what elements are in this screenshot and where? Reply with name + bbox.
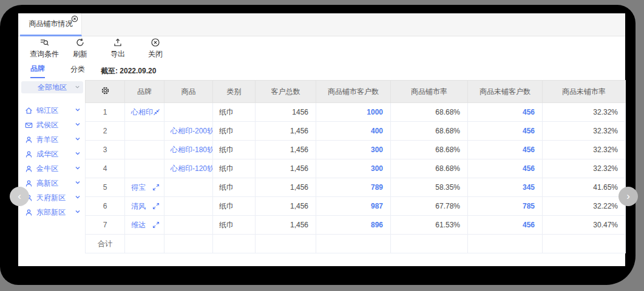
user-icon [25, 150, 33, 158]
row-index: 2 [86, 122, 125, 141]
sidebar-item-qingyang[interactable]: 青羊区 [21, 132, 83, 147]
brand-link[interactable]: 得宝 [131, 182, 146, 193]
header-placed-rate: 商品铺市率 [391, 81, 468, 103]
total-customers-cell: 1456 [256, 103, 316, 122]
unplaced-rate-cell: 32.32% [543, 122, 626, 141]
sidebar-item-wuhou[interactable]: 武侯区 [21, 118, 83, 132]
sidebar-item-gaoxin[interactable]: 高新区 [21, 176, 83, 190]
export-icon [113, 38, 123, 47]
placed-customers-link[interactable]: 300 [316, 159, 391, 178]
collapse-icon[interactable] [153, 109, 160, 116]
sidebar-item-chenghua[interactable]: 成华区 [21, 147, 83, 161]
chevron-down-icon[interactable] [75, 121, 81, 129]
unplaced-customers-link[interactable]: 456 [468, 103, 543, 122]
sidebar-item-jinjiang[interactable]: 锦江区 [21, 103, 83, 118]
chevron-down-icon[interactable] [75, 135, 81, 144]
tab-category[interactable]: 分类 [70, 64, 85, 78]
placed-customers-link[interactable]: 300 [316, 141, 391, 159]
product-link[interactable]: 心相印-120软抽 [164, 159, 213, 178]
row-index: 3 [86, 141, 125, 159]
gear-icon[interactable] [101, 89, 110, 97]
placed-customers-link[interactable]: 896 [316, 216, 391, 235]
table-row: 4 心相印-120软抽 纸巾 1,456 300 68.68% 456 32.3… [86, 159, 626, 178]
scroll-prev-button[interactable]: ‹ [10, 187, 29, 206]
expand-icon[interactable] [152, 202, 160, 210]
product-cell [164, 103, 213, 122]
column-settings-header[interactable] [86, 81, 125, 103]
sidebar-item-label: 锦江区 [36, 105, 58, 116]
chevron-down-icon[interactable] [75, 164, 81, 173]
footer-empty-cell [316, 235, 391, 253]
close-button[interactable]: 关闭 [142, 38, 169, 59]
table-row: 7 维达 [86, 216, 626, 235]
chevron-left-icon: ‹ [18, 190, 21, 202]
chevron-down-icon[interactable] [75, 208, 81, 216]
tab-close-icon[interactable] [71, 15, 78, 22]
footer-empty-cell [256, 235, 316, 253]
placed-customers-link[interactable]: 987 [316, 197, 391, 216]
region-sidebar: 全部地区 锦江区 [21, 81, 83, 219]
footer-empty-cell [125, 235, 164, 253]
unplaced-customers-link[interactable]: 456 [468, 141, 543, 159]
toolbar: 查询条件 刷新 导出 [18, 38, 169, 62]
sidebar-item-label: 成华区 [36, 149, 58, 159]
footer-empty-cell [468, 235, 543, 253]
close-circle-icon [151, 38, 160, 47]
row-index: 1 [86, 103, 125, 122]
expand-icon[interactable] [152, 184, 160, 191]
placed-rate-cell: 68.68% [391, 141, 468, 159]
product-link[interactable]: 心相印-200软抽 [164, 122, 213, 141]
unplaced-customers-link[interactable]: 456 [468, 122, 543, 141]
region-all-selector[interactable]: 全部地区 [21, 81, 83, 93]
placed-customers-link[interactable]: 400 [316, 122, 391, 141]
unplaced-customers-link[interactable]: 345 [468, 178, 543, 197]
unplaced-customers-link[interactable]: 785 [468, 197, 543, 216]
user-icon [25, 179, 33, 187]
chevron-down-icon[interactable] [75, 193, 81, 202]
total-customers-cell: 1,456 [256, 197, 316, 216]
sidebar-item-tianfu[interactable]: 天府新区 [21, 190, 83, 205]
brand-cell: 清风 [125, 197, 164, 216]
row-index: 5 [86, 178, 125, 197]
unplaced-customers-link[interactable]: 456 [468, 159, 543, 178]
as-of-date: 截至: 2022.09.20 [101, 66, 156, 76]
placed-rate-cell: 68.68% [391, 159, 468, 178]
expand-icon[interactable] [152, 221, 160, 229]
header-unplaced-customers: 商品未铺客户数 [468, 81, 543, 103]
placed-customers-link[interactable]: 789 [316, 178, 391, 197]
placed-rate-cell: 61.53% [391, 216, 468, 235]
footer-empty-cell [164, 235, 213, 253]
brand-link[interactable]: 维达 [131, 220, 146, 230]
query-conditions-button[interactable]: 查询条件 [27, 38, 62, 59]
chevron-down-icon[interactable] [75, 179, 81, 187]
total-customers-cell: 1,456 [256, 122, 316, 141]
scroll-next-button[interactable]: › [619, 187, 638, 206]
export-button[interactable]: 导出 [104, 38, 131, 59]
tab-product-placement[interactable]: 商品铺市情况 [20, 13, 82, 36]
category-cell: 纸巾 [213, 122, 256, 141]
sidebar-item-dongbu[interactable]: 东部新区 [21, 205, 83, 219]
row-index: 6 [86, 197, 125, 216]
chevron-down-icon[interactable] [75, 106, 81, 115]
chevron-down-icon[interactable] [75, 150, 81, 158]
total-customers-cell: 1,456 [256, 159, 316, 178]
unplaced-rate-cell: 32.32% [543, 159, 626, 178]
brand-link[interactable]: 心相印 [131, 107, 153, 118]
category-cell: 纸巾 [213, 216, 256, 235]
unplaced-customers-link[interactable]: 456 [468, 216, 543, 235]
query-conditions-label: 查询条件 [30, 49, 59, 59]
refresh-button[interactable]: 刷新 [67, 38, 93, 59]
header-placed-customers: 商品铺市客户数 [316, 81, 391, 103]
brand-link[interactable]: 清风 [131, 201, 146, 212]
placed-customers-link[interactable]: 1000 [316, 103, 391, 122]
category-cell: 纸巾 [213, 141, 256, 159]
close-label: 关闭 [148, 49, 163, 59]
chevron-right-icon: › [626, 190, 630, 202]
product-link[interactable]: 心相印-180软抽 [164, 141, 213, 159]
sidebar-item-jinniu[interactable]: 金牛区 [21, 161, 83, 176]
tab-brand[interactable]: 品牌 [30, 64, 45, 78]
sidebar-item-label: 东部新区 [36, 207, 66, 218]
brand-cell: 得宝 [125, 178, 164, 197]
category-cell: 纸巾 [213, 178, 256, 197]
placed-rate-cell: 67.78% [391, 197, 468, 216]
